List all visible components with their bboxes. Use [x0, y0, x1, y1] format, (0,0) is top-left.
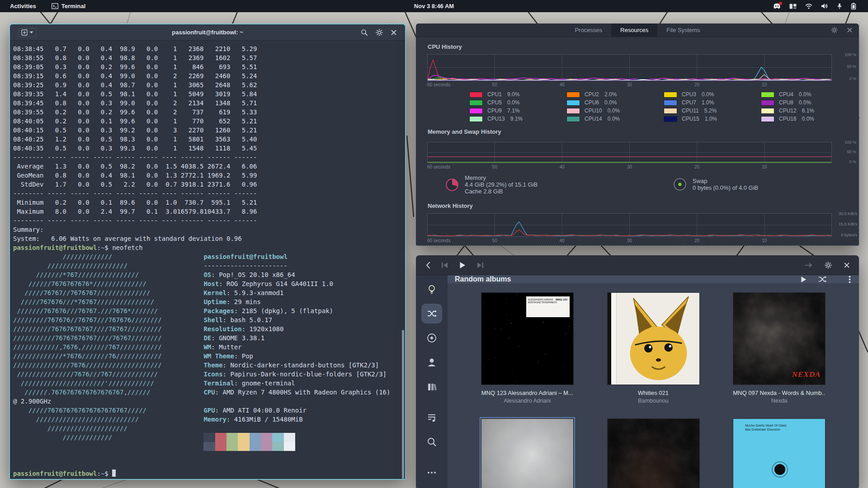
legend-cpu-name: CPU7 — [682, 99, 696, 106]
album-art-label: NEXDA — [792, 370, 821, 379]
cpu-legend-item: CPU126.1% — [761, 107, 858, 115]
album-art[interactable]: NEXDA — [733, 292, 826, 385]
tab-processes[interactable]: Processes — [566, 23, 611, 37]
terminal-line: ///////767676///76767.///7676*/////// Pa… — [13, 306, 405, 315]
music-player-window: Random albums — [416, 255, 859, 488]
cpu-legend: CPU19.0%CPU22.0%CPU30.0%CPU40.0%CPU50.0%… — [469, 90, 858, 123]
tab-file-systems[interactable]: File Systems — [657, 23, 709, 37]
person-icon — [427, 357, 437, 367]
terminal-line: GeoMean 0.8 0.0 0.4 98.1 0.0 1.3 2772.1 … — [13, 171, 405, 180]
terminal-scrollbar-thumb[interactable] — [402, 330, 404, 479]
memory-label: Memory — [465, 174, 538, 181]
shuffle-icon[interactable] — [818, 276, 827, 282]
memory-cache: Cache 2.8 GiB — [465, 188, 538, 195]
axis-tick-label: 50 % — [847, 150, 856, 154]
microphone-indicator[interactable] — [837, 3, 842, 9]
play-icon[interactable] — [459, 262, 466, 269]
notification-badge — [779, 2, 782, 5]
album-title: MNQ 123 Alessandro Adriani – M... — [481, 389, 574, 398]
terminal-color-swatch — [272, 433, 283, 442]
search-icon[interactable] — [361, 29, 368, 36]
arrow-right-icon[interactable] — [805, 263, 813, 268]
sidebar-item-search[interactable] — [416, 430, 448, 454]
album-card[interactable] — [607, 418, 700, 488]
legend-cpu-value: 0.0% — [799, 99, 811, 106]
tab-resources[interactable]: Resources — [611, 23, 657, 37]
close-icon[interactable] — [844, 262, 850, 268]
new-tab-button[interactable] — [18, 28, 37, 37]
legend-cpu-value: 9.0% — [507, 91, 519, 98]
terminal-line: 08:39:45 0.8 0.0 0.3 99.0 0.0 2 2134 134… — [13, 99, 405, 108]
player-headerbar[interactable] — [416, 255, 859, 275]
axis-tick-label: 0 % — [849, 76, 856, 81]
swap-pie-icon — [673, 177, 687, 192]
terminal-color-swatch — [284, 433, 295, 442]
sidebar-item-more[interactable] — [416, 460, 448, 485]
legend-color-swatch — [566, 92, 580, 98]
album-art[interactable]: ALESSANDRO ADRIANIMONTAGNE TRASPARENTIMN… — [481, 292, 574, 385]
gear-icon[interactable] — [376, 29, 383, 36]
battery-indicator[interactable] — [851, 3, 856, 9]
album-art[interactable] — [607, 292, 700, 385]
legend-color-swatch — [566, 116, 580, 122]
activities-button[interactable]: Activities — [6, 3, 40, 9]
close-icon[interactable] — [847, 27, 853, 33]
close-icon[interactable] — [391, 29, 397, 36]
terminal-color-swatch — [261, 442, 272, 451]
terminal-line: //////////////////////'//////////// Term… — [13, 379, 405, 388]
sidebar-item-person[interactable] — [416, 350, 448, 375]
lamp-icon — [427, 284, 437, 294]
terminal-line: 08:38:45 0.7 0.0 0.4 98.9 0.0 1 2368 221… — [13, 44, 405, 53]
back-icon[interactable] — [426, 262, 430, 269]
more-icon — [427, 468, 437, 478]
terminal-viewport[interactable]: 08:38:45 0.7 0.0 0.4 98.9 0.0 1 2368 221… — [10, 41, 405, 479]
album-art[interactable] — [607, 418, 700, 488]
sidebar-item-playlist[interactable] — [416, 405, 448, 430]
cpu-y-axis: 100 %50 %0 % — [835, 52, 856, 80]
volume-indicator[interactable] — [821, 3, 828, 9]
terminal-window: passionfruit@fruitbowl: ~ — [9, 23, 406, 480]
terminal-titlebar[interactable]: passionfruit@fruitbowl: ~ — [10, 24, 405, 41]
play-all-icon[interactable] — [801, 276, 807, 283]
cpu-legend-item: CPU100.0% — [566, 107, 664, 115]
terminal-line: Average 1.3 0.0 0.5 98.2 0.0 1.5 4038.5 … — [13, 162, 405, 171]
album-art[interactable]: Mucho Sueño Heart Of GlassBas Dobbelaer … — [733, 418, 826, 488]
axis-tick-label: 0 bytes/s — [841, 233, 857, 237]
skip-previous-icon[interactable] — [441, 262, 448, 268]
terminal-color-swatch — [215, 442, 226, 451]
sidebar-item-lamp[interactable] — [416, 277, 448, 301]
sidebar-item-library[interactable] — [416, 375, 448, 399]
microphone-icon — [837, 3, 842, 9]
shuffle-icon — [427, 309, 437, 319]
swap-label: Swap — [693, 178, 758, 184]
terminal-line: Maximum 8.0 0.0 2.4 99.7 0.1 3.016579.81… — [13, 207, 405, 216]
album-card[interactable]: ALESSANDRO ADRIANIMONTAGNE TRASPARENTIMN… — [481, 292, 574, 405]
legend-cpu-name: CPU10 — [585, 108, 602, 114]
clock[interactable]: Nov 3 8:46 AM — [414, 3, 454, 9]
legend-cpu-value: 0.0% — [799, 91, 811, 98]
wifi-indicator[interactable] — [805, 4, 812, 9]
focused-app-menu[interactable]: Terminal — [52, 3, 85, 9]
album-card[interactable]: NEXDAMNQ 097 Nexda - Words & Numb...Nexd… — [733, 292, 826, 405]
terminal-line: Summary: — [13, 225, 405, 234]
legend-color-swatch — [761, 116, 774, 122]
gear-icon[interactable] — [831, 27, 838, 33]
axis-tick-label: 30 — [627, 82, 632, 87]
album-card[interactable]: Whities 021Bambounou — [607, 292, 700, 405]
legend-color-swatch — [469, 116, 483, 122]
terminal-cursor — [112, 469, 116, 477]
sidebar-item-disc[interactable] — [416, 326, 448, 350]
menu-kebab-icon[interactable] — [849, 276, 851, 283]
terminal-line: 08:39:25 0.9 0.0 0.4 98.7 0.0 1 3065 264… — [13, 80, 405, 89]
album-card[interactable]: Mucho Sueño Heart Of GlassBas Dobbelaer … — [733, 418, 826, 488]
album-card[interactable] — [481, 418, 574, 488]
sidebar-item-shuffle[interactable] — [416, 301, 448, 326]
discord-tray-icon[interactable] — [773, 3, 781, 9]
skip-next-icon[interactable] — [476, 262, 484, 268]
gear-icon[interactable] — [825, 262, 832, 269]
cpu-legend-item: CPU22.0% — [566, 90, 664, 99]
tiling-toggle[interactable] — [789, 4, 797, 9]
album-art[interactable] — [481, 418, 574, 488]
terminal-color-swatch — [226, 433, 238, 442]
terminal-line: //////7676767676*////////////// Host: RO… — [13, 279, 405, 288]
